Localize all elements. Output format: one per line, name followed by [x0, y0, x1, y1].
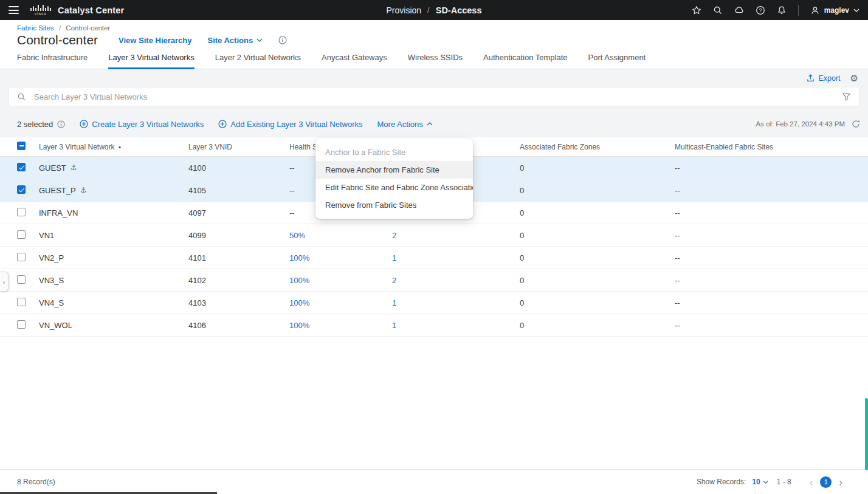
- more-actions-button[interactable]: More Actions: [377, 120, 433, 129]
- app-title: Catalyst Center: [58, 5, 124, 15]
- filter-icon[interactable]: [842, 92, 851, 101]
- info-icon[interactable]: [278, 36, 287, 44]
- row-checkbox[interactable]: [17, 185, 26, 194]
- column-header-multicast[interactable]: Multicast-Enabled Fabric Sites: [675, 143, 868, 151]
- search-icon: [17, 92, 26, 101]
- table-row[interactable]: VN1 4099 50% 2 0 --: [0, 224, 868, 247]
- menu-hamburger-icon[interactable]: [9, 6, 19, 14]
- row-checkbox[interactable]: [17, 163, 26, 171]
- nav-separator: /: [427, 5, 430, 15]
- site-actions-dropdown[interactable]: Site Actions: [208, 36, 263, 45]
- vertical-scrollbar-thumb[interactable]: [865, 398, 868, 470]
- gateways-count-cell[interactable]: 1: [392, 253, 520, 262]
- multicast-cell: --: [675, 186, 868, 195]
- user-menu[interactable]: maglev: [810, 5, 859, 15]
- vnid-cell: 4103: [188, 298, 289, 307]
- left-panel-expand-handle[interactable]: ›: [0, 272, 9, 292]
- row-checkbox[interactable]: [17, 208, 26, 216]
- gateways-count-cell[interactable]: 1: [392, 321, 520, 330]
- row-checkbox[interactable]: [17, 253, 26, 261]
- tab[interactable]: Layer 3 Virtual Networks: [108, 53, 194, 69]
- vn-name: VN3_S: [39, 276, 64, 285]
- row-checkbox[interactable]: [17, 320, 26, 329]
- topbar-actions: ? maglev: [692, 5, 859, 16]
- favorites-star-icon[interactable]: [692, 5, 701, 15]
- nav-section[interactable]: Provision: [387, 5, 422, 15]
- export-icon: [806, 74, 815, 83]
- vn-name: VN2_P: [39, 253, 64, 262]
- row-checkbox[interactable]: [17, 230, 26, 239]
- health-score-cell[interactable]: 100%: [289, 298, 392, 307]
- username: maglev: [824, 6, 849, 15]
- column-header-vnid[interactable]: Layer 3 VNID: [188, 143, 289, 151]
- anchor-icon: ⚓: [71, 163, 77, 172]
- nav-subsection[interactable]: SD-Access: [436, 5, 482, 15]
- refresh-icon[interactable]: [851, 119, 861, 129]
- top-navigation-bar: cisco Catalyst Center Provision / SD-Acc…: [0, 0, 868, 20]
- search-input[interactable]: [33, 92, 835, 102]
- table-row[interactable]: VN_WOL 4106 100% 1 0 --: [0, 314, 868, 337]
- health-score-cell[interactable]: 100%: [289, 276, 392, 285]
- view-site-hierarchy-link[interactable]: View Site Hierarchy: [119, 36, 191, 45]
- add-existing-l3-vn-button[interactable]: Add Existing Layer 3 Virtual Networks: [218, 120, 362, 129]
- menu-item[interactable]: Edit Fabric Site and Fabric Zone Associa…: [315, 179, 473, 196]
- fabric-zones-cell: 0: [520, 163, 675, 173]
- previous-page-icon[interactable]: ‹: [807, 477, 816, 487]
- info-icon[interactable]: [57, 120, 65, 128]
- page-size-dropdown[interactable]: 10: [752, 478, 768, 486]
- tab[interactable]: Anycast Gateways: [322, 53, 387, 69]
- breadcrumb-fabric-sites[interactable]: Fabric Sites: [17, 24, 54, 32]
- health-score-cell[interactable]: 100%: [289, 321, 392, 330]
- health-score-cell[interactable]: 100%: [289, 253, 392, 262]
- gateways-count-cell[interactable]: 2: [392, 231, 520, 240]
- vn-name: VN_WOL: [39, 321, 72, 330]
- cloud-icon[interactable]: [734, 5, 744, 15]
- multicast-cell: --: [675, 276, 868, 285]
- health-score-cell[interactable]: 50%: [289, 231, 392, 240]
- multicast-cell: --: [675, 253, 868, 262]
- fabric-zones-cell: 0: [520, 276, 675, 285]
- table-row[interactable]: VN4_S 4103 100% 1 0 --: [0, 292, 868, 314]
- select-all-checkbox[interactable]: [17, 142, 26, 150]
- tab[interactable]: Layer 2 Virtual Networks: [215, 53, 301, 69]
- multicast-cell: --: [675, 231, 868, 240]
- breadcrumb: Fabric Sites / Control-center: [0, 20, 868, 33]
- more-actions-menu: Anchor to a Fabric SiteRemove Anchor fro…: [315, 139, 473, 219]
- settings-gear-icon[interactable]: ⚙: [850, 74, 858, 83]
- row-checkbox[interactable]: [17, 275, 26, 284]
- svg-text:cisco: cisco: [35, 12, 47, 16]
- tab[interactable]: Wireless SSIDs: [408, 53, 463, 69]
- anchor-icon: ⚓: [80, 186, 87, 194]
- vnid-cell: 4102: [188, 276, 289, 285]
- gateways-count-cell[interactable]: 2: [392, 276, 520, 285]
- menu-item[interactable]: Anchor to a Fabric Site: [315, 143, 473, 161]
- page-title: Control-center: [17, 33, 98, 47]
- notifications-bell-icon[interactable]: [777, 5, 787, 15]
- gateways-count-cell[interactable]: 1: [392, 298, 520, 307]
- tab[interactable]: Authentication Template: [483, 53, 568, 69]
- tab[interactable]: Port Assignment: [588, 53, 646, 69]
- export-button[interactable]: Export: [806, 74, 840, 83]
- context-breadcrumb: Provision / SD-Access: [387, 5, 482, 15]
- tabs-bar: Fabric InfrastructureLayer 3 Virtual Net…: [0, 51, 868, 69]
- search-bar: [9, 87, 859, 106]
- table-controls-area: Export ⚙ 2 selected: [0, 69, 868, 137]
- search-icon[interactable]: [713, 5, 723, 15]
- svg-text:?: ?: [759, 7, 762, 13]
- column-header-layer3-vn[interactable]: Layer 3 Virtual Network▲: [39, 143, 188, 151]
- current-page-button[interactable]: 1: [820, 476, 832, 488]
- menu-item[interactable]: Remove from Fabric Sites: [315, 196, 473, 214]
- table-row[interactable]: VN2_P 4101 100% 1 0 --: [0, 247, 868, 269]
- row-checkbox[interactable]: [17, 298, 26, 306]
- column-header-fabric-zones[interactable]: Associated Fabric Zones: [520, 143, 675, 151]
- create-l3-vn-button[interactable]: Create Layer 3 Virtual Networks: [80, 120, 204, 129]
- plus-circle-icon: [218, 120, 227, 128]
- vnid-cell: 4097: [188, 208, 289, 218]
- table-row[interactable]: VN3_S 4102 100% 2 0 --: [0, 269, 868, 292]
- vnid-cell: 4100: [188, 163, 289, 173]
- help-icon[interactable]: ?: [756, 5, 765, 15]
- next-page-icon[interactable]: ›: [836, 477, 845, 487]
- menu-item[interactable]: Remove Anchor from Fabric Site: [315, 161, 473, 179]
- tab[interactable]: Fabric Infrastructure: [17, 53, 88, 69]
- multicast-cell: --: [675, 321, 868, 330]
